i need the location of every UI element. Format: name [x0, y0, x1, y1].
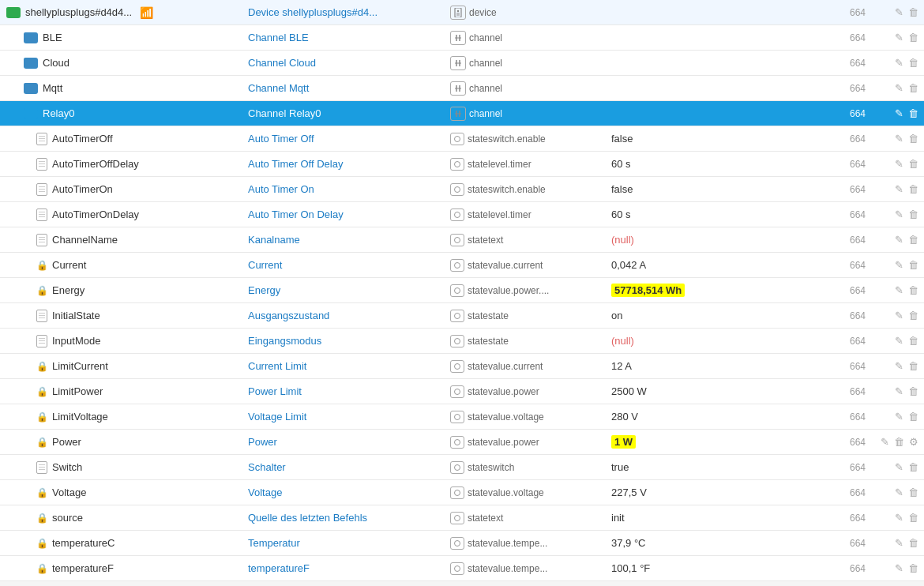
edit-icon[interactable]: ✎	[880, 435, 890, 449]
lock-icon: 🔒	[36, 284, 47, 297]
table-row[interactable]: 🔒VoltageVoltagestatevalue.voltage227,5 V…	[0, 480, 924, 505]
row-type-text: statevalue.tempe...	[468, 563, 547, 574]
edit-icon[interactable]: ✎	[894, 81, 904, 95]
delete-icon[interactable]: 🗑	[907, 258, 919, 272]
edit-icon[interactable]: ✎	[894, 334, 904, 347]
delete-icon[interactable]: 🗑	[907, 6, 919, 19]
delete-icon[interactable]: 🗑	[907, 107, 919, 120]
delete-icon[interactable]: 🗑	[907, 334, 919, 347]
delete-icon[interactable]: 🗑	[907, 182, 919, 196]
row-value: 227,5 V	[608, 486, 829, 498]
device-type-icon	[450, 6, 466, 20]
table-row[interactable]: 🔒PowerPowerstatevalue.power1 W664✎🗑⚙	[0, 430, 924, 455]
null-value: (null)	[611, 335, 634, 347]
delete-icon[interactable]: 🗑	[907, 233, 919, 246]
table-row[interactable]: BLEChannel BLEchannel664✎🗑	[0, 25, 924, 51]
table-row[interactable]: 🔒sourceQuelle des letzten Befehlsstatete…	[0, 505, 924, 531]
delete-icon[interactable]: 🗑	[907, 511, 919, 524]
state-type-icon	[450, 562, 464, 575]
row-type-col: statevalue.current	[450, 259, 608, 272]
delete-icon[interactable]: 🗑	[907, 81, 919, 95]
table-row[interactable]: AutoTimerOffDelayAuto Timer Off Delaysta…	[0, 152, 924, 177]
table-row[interactable]: 🔒temperatureFtemperatureFstatevalue.temp…	[0, 556, 924, 581]
row-value: 60 s	[608, 208, 829, 220]
table-row[interactable]: Relay0Channel Relay0channel664✎🗑	[0, 101, 924, 126]
edit-icon[interactable]: ✎	[894, 31, 904, 44]
row-name-col: InputMode	[0, 335, 245, 347]
table-row[interactable]: AutoTimerOffAuto Timer Offstateswitch.en…	[0, 126, 924, 152]
state-type-icon	[450, 158, 464, 171]
edit-icon[interactable]: ✎	[894, 359, 904, 373]
delete-icon[interactable]: 🗑	[907, 284, 919, 297]
table-row[interactable]: 🔒EnergyEnergystatevalue.power....57718,5…	[0, 278, 924, 303]
delete-icon[interactable]: 🗑	[907, 410, 919, 423]
edit-icon[interactable]: ✎	[894, 284, 904, 297]
delete-icon[interactable]: 🗑	[907, 536, 919, 550]
edit-icon[interactable]: ✎	[894, 107, 904, 120]
row-actions: ✎🗑	[869, 132, 924, 145]
edit-icon[interactable]: ✎	[894, 6, 904, 19]
row-actions: ✎🗑	[869, 334, 924, 347]
row-type-col: channel	[450, 56, 608, 70]
row-value: init	[608, 512, 829, 524]
delete-icon[interactable]: 🗑	[907, 385, 919, 398]
row-name: LimitPower	[52, 385, 103, 397]
state-type-icon	[450, 335, 464, 347]
row-type-text: channel	[469, 108, 502, 119]
delete-icon[interactable]: 🗑	[893, 435, 905, 449]
table-row[interactable]: InitialStateAusgangszustandstatestateon6…	[0, 303, 924, 329]
table-row[interactable]: MqttChannel Mqttchannel664✎🗑	[0, 76, 924, 101]
edit-icon[interactable]: ✎	[894, 460, 904, 474]
edit-icon[interactable]: ✎	[894, 56, 904, 69]
delete-icon[interactable]: 🗑	[907, 208, 919, 221]
file-icon	[36, 234, 47, 246]
table-row[interactable]: SwitchSchalterstateswitchtrue664✎🗑	[0, 455, 924, 480]
edit-icon[interactable]: ✎	[894, 132, 904, 145]
row-id-num: 664	[829, 386, 869, 397]
row-id-num: 664	[829, 133, 869, 145]
edit-icon[interactable]: ✎	[894, 233, 904, 246]
delete-icon[interactable]: 🗑	[907, 31, 919, 44]
table-row[interactable]: ChannelNameKanalnamestatetext(null)664✎🗑	[0, 227, 924, 253]
gear-icon[interactable]: ⚙	[908, 435, 919, 449]
row-actions: ✎🗑	[869, 31, 924, 44]
edit-icon[interactable]: ✎	[894, 182, 904, 196]
table-row[interactable]: InputModeEingangsmodusstatestate(null)66…	[0, 329, 924, 354]
delete-icon[interactable]: 🗑	[907, 132, 919, 145]
delete-icon[interactable]: 🗑	[907, 56, 919, 69]
edit-icon[interactable]: ✎	[894, 410, 904, 423]
edit-icon[interactable]: ✎	[894, 157, 904, 171]
table-row[interactable]: AutoTimerOnAuto Timer Onstateswitch.enab…	[0, 177, 924, 202]
delete-icon[interactable]: 🗑	[907, 486, 919, 499]
delete-icon[interactable]: 🗑	[907, 359, 919, 373]
delete-icon[interactable]: 🗑	[907, 309, 919, 322]
delete-icon[interactable]: 🗑	[907, 157, 919, 171]
table-row[interactable]: CloudChannel Cloudchannel664✎🗑	[0, 51, 924, 76]
edit-icon[interactable]: ✎	[894, 511, 904, 524]
edit-icon[interactable]: ✎	[894, 486, 904, 499]
row-label: Auto Timer Off Delay	[245, 158, 450, 170]
delete-icon[interactable]: 🗑	[907, 562, 919, 575]
edit-icon[interactable]: ✎	[894, 385, 904, 398]
row-label: Device shellyplusplugs#d4...	[245, 6, 450, 18]
edit-icon[interactable]: ✎	[894, 309, 904, 322]
table-row[interactable]: 🔒LimitPowerPower Limitstatevalue.power25…	[0, 379, 924, 404]
delete-icon[interactable]: 🗑	[907, 460, 919, 474]
table-row[interactable]: 🔒LimitCurrentCurrent Limitstatevalue.cur…	[0, 354, 924, 379]
table-row[interactable]: 🔒temperatureCTemperaturstatevalue.tempe.…	[0, 531, 924, 556]
state-type-icon	[450, 360, 464, 373]
row-name: Mqtt	[43, 82, 62, 94]
edit-icon[interactable]: ✎	[894, 208, 904, 221]
table-row[interactable]: shellyplusplugs#d4d4...📶Device shellyplu…	[0, 0, 924, 25]
table-row[interactable]: 🔒CurrentCurrentstatevalue.current0,042 A…	[0, 253, 924, 278]
table-row[interactable]: AutoTimerOnDelayAuto Timer On Delaystate…	[0, 202, 924, 227]
edit-icon[interactable]: ✎	[894, 562, 904, 575]
row-name-col: 🔒Energy	[0, 284, 245, 297]
row-name-col: AutoTimerOffDelay	[0, 158, 245, 171]
edit-icon[interactable]: ✎	[894, 536, 904, 550]
edit-icon[interactable]: ✎	[894, 258, 904, 272]
table-row[interactable]: 🔒LimitVoltageVoltage Limitstatevalue.vol…	[0, 404, 924, 430]
row-actions: ✎🗑	[869, 385, 924, 398]
row-label: Channel Mqtt	[245, 82, 450, 94]
row-name: Energy	[52, 284, 85, 296]
